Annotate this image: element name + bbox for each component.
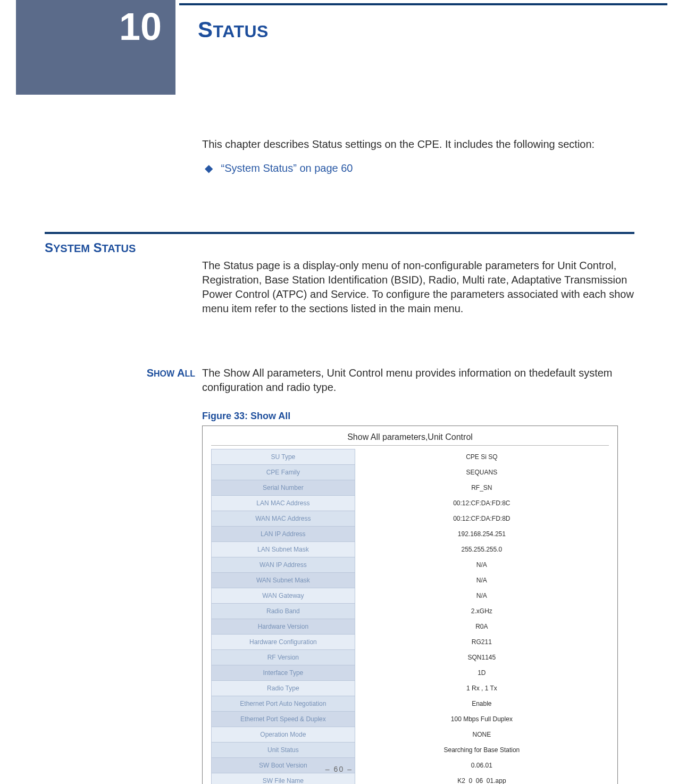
table-row: Radio Band2.xGHz [212, 604, 609, 619]
parameters-table: SU TypeCPE Si SQCPE FamilySEQUANSSerial … [211, 449, 609, 784]
table-row: Unit StatusSearching for Base Station [212, 743, 609, 758]
figure-caption: Figure 33: Show All [202, 411, 290, 422]
subheading-show-all: SHOW ALL [147, 367, 195, 379]
figure-screenshot-frame: Show All parameters,Unit Control SU Type… [202, 426, 618, 784]
table-row: WAN MAC Address00:12:CF:DA:FD:8D [212, 511, 609, 527]
table-row: Ethernet Port Speed & Duplex100 Mbps Ful… [212, 712, 609, 727]
param-label: Radio Type [212, 681, 355, 696]
param-value: R0A [355, 619, 608, 635]
param-value: 1D [355, 665, 608, 681]
param-label: Unit Status [212, 743, 355, 758]
param-label: Operation Mode [212, 727, 355, 743]
param-label: LAN IP Address [212, 527, 355, 542]
param-value: 00:12:CF:DA:FD:8C [355, 496, 608, 511]
table-row: Hardware VersionR0A [212, 619, 609, 635]
sub-rest1: HOW [154, 369, 174, 378]
system-status-paragraph: The Status page is a display-only menu o… [202, 258, 634, 316]
param-value: CPE Si SQ [355, 449, 608, 465]
table-row: LAN MAC Address00:12:CF:DA:FD:8C [212, 496, 609, 511]
section-heading-system-status: SYSTEM STATUS [45, 240, 136, 255]
panel-divider [211, 445, 609, 446]
table-row: SW File NameK2_0_06_01.app [212, 773, 609, 785]
chapter-title: STATUS [198, 17, 269, 43]
param-label: Ethernet Port Speed & Duplex [212, 712, 355, 727]
table-row: SU TypeCPE Si SQ [212, 449, 609, 465]
param-label: WAN MAC Address [212, 511, 355, 527]
param-value: 255.255.255.0 [355, 542, 608, 557]
chapter-title-cap: S [198, 17, 213, 42]
sub-rest2: LL [185, 369, 195, 378]
param-value: SEQUANS [355, 465, 608, 480]
param-label: WAN IP Address [212, 557, 355, 573]
param-label: Interface Type [212, 665, 355, 681]
chapter-number-block: 10 [16, 0, 175, 95]
section-rest1: YSTEM [53, 243, 90, 254]
table-row: Serial NumberRF_SN [212, 480, 609, 496]
param-value: RF_SN [355, 480, 608, 496]
chapter-title-rest: TATUS [213, 22, 269, 41]
table-row: RF VersionSQN1145 [212, 650, 609, 665]
header-rule [179, 3, 667, 5]
param-label: Serial Number [212, 480, 355, 496]
intro-bullet: ◆ “System Status” on page 60 [202, 161, 634, 176]
sub-cap1: S [147, 367, 154, 379]
chapter-number: 10 [119, 7, 162, 46]
show-all-paragraph: The Show All parameters, Unit Control me… [202, 366, 634, 395]
param-label: Hardware Configuration [212, 635, 355, 650]
param-value: SQN1145 [355, 650, 608, 665]
intro-bullet-link[interactable]: “System Status” on page 60 [221, 162, 353, 174]
param-label: SW File Name [212, 773, 355, 785]
table-row: Ethernet Port Auto NegotiationEnable [212, 696, 609, 712]
section-rule [45, 232, 634, 234]
sub-cap2: A [177, 367, 185, 379]
page-footer: – 60 – [0, 765, 678, 773]
section-cap1: S [45, 240, 53, 255]
param-value: 2.xGHz [355, 604, 608, 619]
panel-title: Show All parameters,Unit Control [211, 432, 609, 442]
param-label: WAN Subnet Mask [212, 573, 355, 588]
param-value: K2_0_06_01.app [355, 773, 608, 785]
param-value: Searching for Base Station [355, 743, 608, 758]
param-value: 192.168.254.251 [355, 527, 608, 542]
table-row: WAN GatewayN/A [212, 588, 609, 604]
param-value: RG211 [355, 635, 608, 650]
table-row: WAN Subnet MaskN/A [212, 573, 609, 588]
param-value: N/A [355, 588, 608, 604]
section-cap2: S [94, 240, 102, 255]
param-value: N/A [355, 573, 608, 588]
intro-paragraph: This chapter describes Status settings o… [202, 137, 634, 152]
figure-screenshot-inner: Show All parameters,Unit Control SU Type… [203, 426, 617, 784]
param-label: WAN Gateway [212, 588, 355, 604]
table-row: CPE FamilySEQUANS [212, 465, 609, 480]
table-row: LAN IP Address192.168.254.251 [212, 527, 609, 542]
param-value: NONE [355, 727, 608, 743]
param-label: LAN MAC Address [212, 496, 355, 511]
param-label: RF Version [212, 650, 355, 665]
table-row: Interface Type1D [212, 665, 609, 681]
table-row: Radio Type1 Rx , 1 Tx [212, 681, 609, 696]
table-row: Hardware ConfigurationRG211 [212, 635, 609, 650]
section-rest2: TATUS [102, 243, 136, 254]
table-row: Operation ModeNONE [212, 727, 609, 743]
param-label: LAN Subnet Mask [212, 542, 355, 557]
param-label: Hardware Version [212, 619, 355, 635]
param-label: Radio Band [212, 604, 355, 619]
param-label: CPE Family [212, 465, 355, 480]
param-value: Enable [355, 696, 608, 712]
param-label: Ethernet Port Auto Negotiation [212, 696, 355, 712]
intro-paragraph-block: This chapter describes Status settings o… [202, 137, 634, 176]
param-value: N/A [355, 557, 608, 573]
bullet-diamond-icon: ◆ [202, 161, 215, 176]
param-value: 1 Rx , 1 Tx [355, 681, 608, 696]
param-value: 100 Mbps Full Duplex [355, 712, 608, 727]
param-label: SU Type [212, 449, 355, 465]
table-row: LAN Subnet Mask255.255.255.0 [212, 542, 609, 557]
table-row: WAN IP AddressN/A [212, 557, 609, 573]
param-value: 00:12:CF:DA:FD:8D [355, 511, 608, 527]
